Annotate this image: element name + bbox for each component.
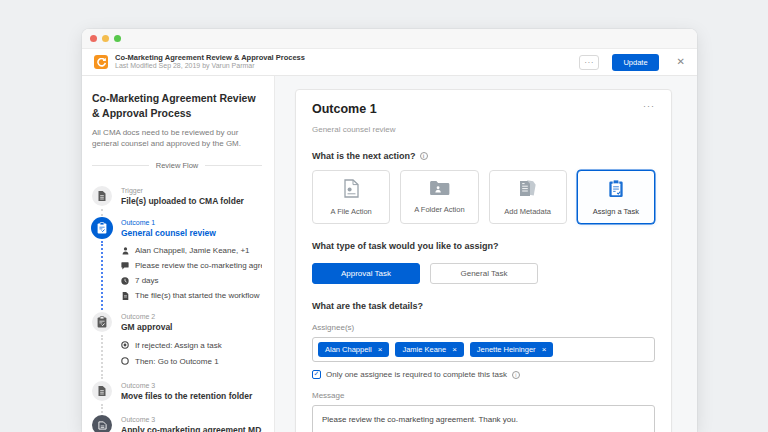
only-one-assignee-label: Only one assignee is required to complet… (326, 370, 507, 379)
flow-detail-duration: 7 days (121, 273, 262, 288)
flow-item-kind: Outcome 3 (121, 381, 262, 390)
outcome-card: Outcome 1 ··· General counsel review Wha… (295, 89, 672, 432)
only-one-assignee-checkbox[interactable] (312, 370, 321, 379)
question-text: What is the next action? (312, 151, 416, 161)
sidebar-workflow-title: Co-Marketing Agreement Review & Approval… (92, 91, 262, 121)
flow-detail-if-rejected: If rejected: Assign a task (121, 337, 262, 353)
question-task-type: What type of task would you like to assi… (312, 241, 655, 251)
minimize-window-button[interactable] (102, 35, 109, 42)
flow-item-title: GM approval (121, 322, 262, 333)
flow-detail-text: Then: Go to Outcome 1 (135, 357, 219, 366)
message-label: Message (312, 391, 655, 400)
assignee-chip: Jenette Heininger × (470, 342, 553, 357)
flow-detail-text: The file(s) that started the workflow (135, 291, 260, 300)
flow-item-outcome-1[interactable]: Outcome 1 General counsel review Alan Ch… (92, 218, 262, 303)
window-titlebar (82, 29, 697, 49)
general-task-button[interactable]: General Task (430, 263, 538, 284)
flow-item-kind: Outcome 2 (121, 312, 262, 321)
flow-detail-then: Then: Go to Outcome 1 (121, 353, 262, 369)
flow-detail-message: Please review the co-marketing agreem… (121, 258, 262, 273)
flow-detail-text: Alan Chappell, Jamie Keane, +1 (135, 246, 250, 255)
question-next-action: What is the next action? i (312, 151, 655, 161)
approval-task-button[interactable]: Approval Task (312, 263, 420, 284)
workflow-sidebar: Co-Marketing Agreement Review & Approval… (82, 76, 275, 432)
flow-item-outcome-3-move[interactable]: Outcome 3 Move files to the retention fo… (92, 381, 262, 402)
info-icon[interactable]: i (512, 371, 520, 379)
action-card-label: A Folder Action (414, 205, 464, 214)
add-metadata-icon (519, 179, 537, 202)
task-type-selector: Approval Task General Task (312, 263, 655, 284)
workflow-editor-window: Co-Marketing Agreement Review & Approval… (82, 29, 697, 432)
action-card-add-metadata[interactable]: Add Metadata (489, 170, 567, 224)
assignee-name: Jenette Heininger (477, 345, 536, 354)
file-icon (92, 186, 112, 206)
flow-item-outcome-2[interactable]: Outcome 2 GM approval If rejected: Assig… (92, 312, 262, 369)
flow-item-kind: Outcome 3 (121, 415, 262, 424)
flow-item-title: Move files to the retention folder (121, 391, 262, 402)
assignee-chip: Jamie Keane × (395, 342, 463, 357)
person-icon (121, 247, 129, 255)
radio-filled-icon (121, 341, 129, 349)
close-window-button[interactable] (90, 35, 97, 42)
question-text: What are the task details? (312, 301, 423, 311)
update-button[interactable]: Update (612, 54, 658, 71)
more-options-button[interactable]: ··· (579, 55, 599, 70)
app-header-titles: Co-Marketing Agreement Review & Approval… (115, 53, 572, 71)
flow-detail-text: 7 days (135, 276, 159, 285)
app-header: Co-Marketing Agreement Review & Approval… (82, 49, 697, 76)
assignee-name: Jamie Keane (402, 345, 446, 354)
workflow-last-modified: Last Modified Sep 28, 2019 by Varun Parm… (115, 62, 572, 71)
flow-detail-text: Please review the co-marketing agreem… (135, 261, 262, 270)
flow-detail-files: The file(s) that started the workflow (121, 288, 262, 303)
flow-detail-assignees: Alan Chappell, Jamie Keane, +1 (121, 243, 262, 258)
action-type-selector: A File Action A Folder Action Add Metada… (312, 170, 655, 224)
question-task-details: What are the task details? (312, 301, 655, 311)
remove-assignee-icon[interactable]: × (452, 346, 457, 354)
metadata-icon (92, 415, 112, 432)
outcome-subtitle: General counsel review (312, 125, 655, 134)
flow-item-kind: Outcome 1 (121, 218, 262, 227)
workflow-title: Co-Marketing Agreement Review & Approval… (115, 53, 572, 62)
file-icon (121, 292, 129, 300)
flow-item-kind: Trigger (121, 186, 262, 195)
action-card-label: Add Metadata (504, 207, 551, 216)
file-icon (92, 381, 112, 401)
flow-item-title: General counsel review (121, 228, 262, 239)
clock-icon (121, 277, 129, 285)
assignee-name: Alan Chappell (325, 345, 372, 354)
question-text: What type of task would you like to assi… (312, 241, 499, 251)
outcome-title: Outcome 1 (312, 102, 377, 117)
assignees-label: Assignee(s) (312, 323, 655, 332)
flow-item-outcome-3-metadata[interactable]: Outcome 3 Apply co-marketing agreement M… (92, 415, 262, 432)
remove-assignee-icon[interactable]: × (542, 346, 547, 354)
flow-item-title: Apply co-marketing agreement MD (121, 425, 262, 432)
info-icon[interactable]: i (420, 152, 428, 160)
flow-item-title: File(s) uploaded to CMA folder (121, 196, 262, 207)
review-flow-divider: Review Flow (92, 161, 262, 170)
flow-item-trigger[interactable]: Trigger File(s) uploaded to CMA folder (92, 186, 262, 207)
message-textarea[interactable]: Please review the co-marketing agreement… (312, 405, 655, 432)
only-one-assignee-row: Only one assignee is required to complet… (312, 370, 655, 379)
sidebar-workflow-description: All CMA docs need to be reviewed by our … (92, 128, 262, 149)
task-check-icon (92, 312, 112, 332)
radio-empty-icon (121, 357, 129, 365)
assign-task-icon (608, 179, 624, 202)
action-card-assign-task[interactable]: Assign a Task (577, 170, 655, 224)
outcome-menu-button[interactable]: ··· (643, 102, 655, 111)
action-card-file-action[interactable]: A File Action (312, 170, 390, 224)
task-check-icon (91, 217, 113, 239)
maximize-window-button[interactable] (114, 35, 121, 42)
main-content: Outcome 1 ··· General counsel review Wha… (275, 76, 697, 432)
action-card-folder-action[interactable]: A Folder Action (400, 170, 478, 224)
action-card-label: A File Action (330, 207, 371, 216)
remove-assignee-icon[interactable]: × (378, 346, 383, 354)
folder-action-icon (429, 180, 450, 200)
flow-detail-text: If rejected: Assign a task (135, 341, 222, 350)
assignee-chip: Alan Chappell × (318, 342, 389, 357)
close-icon[interactable]: ✕ (677, 57, 685, 67)
review-flow-label: Review Flow (156, 161, 199, 170)
relay-logo-icon (94, 55, 108, 69)
assignee-input[interactable]: Alan Chappell × Jamie Keane × Jenette He… (312, 337, 655, 362)
comment-icon (121, 262, 129, 270)
review-flow-list: Trigger File(s) uploaded to CMA folder O… (92, 186, 262, 432)
